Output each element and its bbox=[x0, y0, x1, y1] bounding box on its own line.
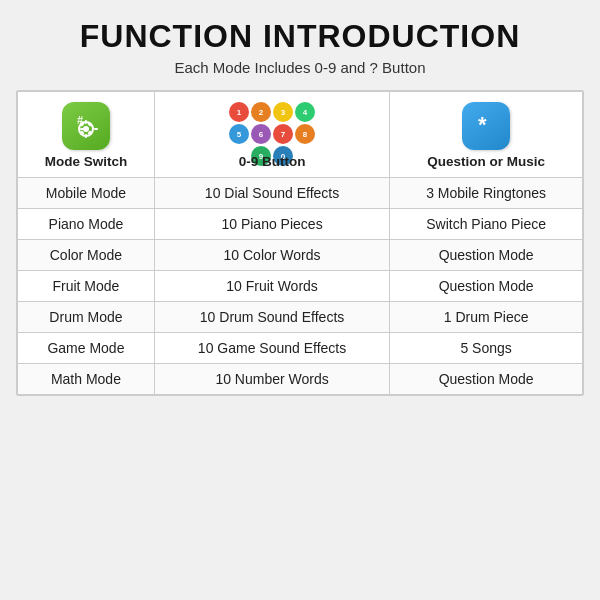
mode-cell: Piano Mode bbox=[18, 209, 155, 240]
svg-rect-4 bbox=[85, 134, 87, 138]
header-09-label: 0-9 Button bbox=[239, 154, 306, 169]
header-09-button: 1234567890 0-9 Button bbox=[154, 92, 389, 178]
table-row: Color Mode10 Color WordsQuestion Mode bbox=[18, 240, 583, 271]
num-circle-2: 2 bbox=[251, 102, 271, 122]
button-cell: 10 Fruit Words bbox=[154, 271, 389, 302]
num-circle-4: 4 bbox=[295, 102, 315, 122]
num-circle-1: 1 bbox=[229, 102, 249, 122]
mode-cell: Math Mode bbox=[18, 364, 155, 395]
extra-cell: Switch Piano Piece bbox=[390, 209, 583, 240]
main-table-wrapper: # bbox=[16, 90, 584, 396]
num-circle-5: 5 bbox=[229, 124, 249, 144]
mode-cell: Mobile Mode bbox=[18, 178, 155, 209]
button-cell: 10 Number Words bbox=[154, 364, 389, 395]
button-cell: 10 Dial Sound Effects bbox=[154, 178, 389, 209]
mode-cell: Fruit Mode bbox=[18, 271, 155, 302]
table-row: Piano Mode10 Piano PiecesSwitch Piano Pi… bbox=[18, 209, 583, 240]
table-row: Game Mode10 Game Sound Effects5 Songs bbox=[18, 333, 583, 364]
subtitle: Each Mode Includes 0-9 and ? Button bbox=[174, 59, 425, 76]
num-circle-7: 7 bbox=[273, 124, 293, 144]
svg-rect-3 bbox=[85, 120, 87, 124]
09-button-icon: 1234567890 bbox=[227, 102, 317, 150]
header-mode-switch: # bbox=[18, 92, 155, 178]
table-row: Fruit Mode10 Fruit WordsQuestion Mode bbox=[18, 271, 583, 302]
table-row: Math Mode10 Number WordsQuestion Mode bbox=[18, 364, 583, 395]
mode-cell: Color Mode bbox=[18, 240, 155, 271]
button-cell: 10 Color Words bbox=[154, 240, 389, 271]
header-question-music-label: Question or Music bbox=[427, 154, 545, 169]
extra-cell: 1 Drum Piece bbox=[390, 302, 583, 333]
extra-cell: Question Mode bbox=[390, 271, 583, 302]
extra-cell: 5 Songs bbox=[390, 333, 583, 364]
mode-switch-icon: # bbox=[62, 102, 110, 150]
table-row: Mobile Mode10 Dial Sound Effects3 Mobile… bbox=[18, 178, 583, 209]
extra-cell: Question Mode bbox=[390, 364, 583, 395]
mode-cell: Game Mode bbox=[18, 333, 155, 364]
svg-rect-5 bbox=[80, 128, 84, 130]
page-title: FUNCTION INTRODUCTION bbox=[80, 18, 521, 55]
num-circle-6: 6 bbox=[251, 124, 271, 144]
num-circle-8: 8 bbox=[295, 124, 315, 144]
svg-rect-6 bbox=[94, 128, 98, 130]
function-table: # bbox=[17, 91, 583, 395]
button-cell: 10 Drum Sound Effects bbox=[154, 302, 389, 333]
svg-text:*: * bbox=[478, 112, 487, 137]
extra-cell: Question Mode bbox=[390, 240, 583, 271]
mode-cell: Drum Mode bbox=[18, 302, 155, 333]
button-cell: 10 Piano Pieces bbox=[154, 209, 389, 240]
extra-cell: 3 Mobile Ringtones bbox=[390, 178, 583, 209]
header-question-music: * Question or Music bbox=[390, 92, 583, 178]
header-mode-switch-label: Mode Switch bbox=[45, 154, 128, 169]
question-music-icon: * bbox=[462, 102, 510, 150]
table-row: Drum Mode10 Drum Sound Effects1 Drum Pie… bbox=[18, 302, 583, 333]
button-cell: 10 Game Sound Effects bbox=[154, 333, 389, 364]
num-circle-3: 3 bbox=[273, 102, 293, 122]
